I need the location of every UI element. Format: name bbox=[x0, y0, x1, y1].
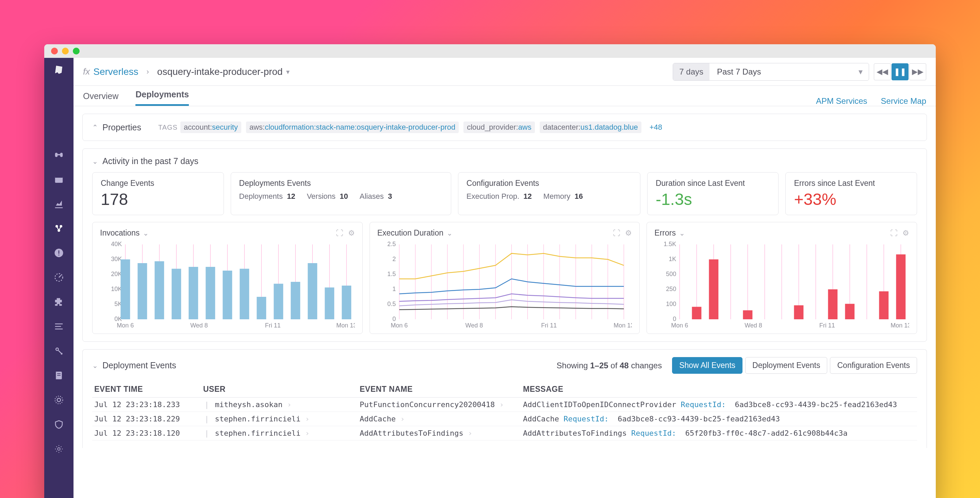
deployment-events-button[interactable]: Deployment Events bbox=[745, 357, 827, 374]
svg-text:Mon 6: Mon 6 bbox=[391, 322, 408, 329]
tab-deployments[interactable]: Deployments bbox=[135, 89, 189, 106]
svg-rect-48 bbox=[291, 282, 300, 319]
svg-text:10K: 10K bbox=[111, 286, 122, 293]
svg-rect-9 bbox=[55, 323, 63, 325]
svg-rect-113 bbox=[879, 291, 889, 319]
chevron-down-icon: ⌄ bbox=[92, 361, 99, 370]
link-apm-services[interactable]: APM Services bbox=[816, 96, 867, 106]
expand-icon[interactable]: ⛶ bbox=[613, 229, 620, 238]
app-window: fx Serverless › osquery-intake-producer-… bbox=[44, 44, 936, 498]
svg-text:40K: 40K bbox=[111, 241, 122, 247]
properties-toggle[interactable]: ⌃ Properties bbox=[92, 123, 141, 132]
svg-rect-102 bbox=[692, 307, 702, 319]
table-row[interactable]: Jul 12 23:23:18.233| mitheysh.asokan ›Pu… bbox=[92, 398, 917, 412]
breadcrumb-root[interactable]: Serverless bbox=[93, 66, 138, 77]
window-minimize-icon[interactable] bbox=[62, 48, 69, 54]
timerange-tag: 7 days bbox=[673, 63, 710, 80]
activity-title: Activity in the past 7 days bbox=[102, 156, 198, 166]
svg-rect-110 bbox=[828, 290, 838, 319]
tags-more[interactable]: +48 bbox=[646, 121, 666, 133]
chart-invocations: Invocations ⌄ ⛶⚙ 0K5K10K20K30K40KMon 6We… bbox=[92, 222, 363, 334]
nav-synthetics-icon[interactable] bbox=[54, 395, 64, 406]
chevron-down-icon[interactable]: ⌄ bbox=[447, 229, 453, 237]
tab-overview[interactable]: Overview bbox=[83, 91, 118, 106]
col-event-name[interactable]: EVENT NAME bbox=[360, 385, 523, 394]
col-event-time[interactable]: EVENT TIME bbox=[94, 385, 203, 394]
nav-infra-icon[interactable] bbox=[54, 223, 64, 235]
nav-rum-icon[interactable] bbox=[54, 444, 64, 455]
show-all-events-button[interactable]: Show All Events bbox=[672, 357, 743, 374]
svg-text:250: 250 bbox=[666, 286, 676, 293]
link-service-map[interactable]: Service Map bbox=[881, 96, 926, 106]
configuration-events-button[interactable]: Configuration Events bbox=[830, 357, 917, 374]
col-user[interactable]: USER bbox=[203, 385, 360, 394]
svg-text:2: 2 bbox=[392, 256, 396, 263]
svg-rect-111 bbox=[845, 304, 855, 319]
nav-binoculars-icon[interactable] bbox=[54, 150, 64, 161]
breadcrumb-current[interactable]: osquery-intake-producer-prod bbox=[157, 66, 283, 77]
nav-alert-icon[interactable] bbox=[54, 248, 64, 259]
gear-icon[interactable]: ⚙ bbox=[348, 229, 355, 238]
chevron-down-icon[interactable]: ⌄ bbox=[679, 229, 685, 237]
window-maximize-icon[interactable] bbox=[73, 48, 80, 54]
pause-button[interactable]: ❚❚ bbox=[891, 63, 908, 80]
chevron-down-icon[interactable]: ⌄ bbox=[143, 229, 149, 237]
nav-metrics-icon[interactable] bbox=[54, 199, 64, 210]
timerange-selector[interactable]: 7 days Past 7 Days ▾ bbox=[673, 63, 869, 81]
activity-toggle[interactable]: ⌄ Activity in the past 7 days bbox=[92, 156, 917, 166]
svg-rect-108 bbox=[794, 305, 804, 319]
tag-chip[interactable]: account:security bbox=[180, 121, 241, 133]
svg-text:Fri 11: Fri 11 bbox=[819, 322, 835, 329]
gear-icon[interactable]: ⚙ bbox=[902, 229, 909, 238]
tag-chip[interactable]: aws:cloudformation:stack-name:osquery-in… bbox=[246, 121, 459, 133]
svg-rect-39 bbox=[137, 263, 147, 319]
chevron-down-icon: ▾ bbox=[853, 67, 869, 76]
chevron-down-icon: ⌄ bbox=[92, 157, 99, 165]
svg-text:Mon 13: Mon 13 bbox=[891, 322, 909, 329]
tag-chip[interactable]: cloud_provider:aws bbox=[463, 121, 535, 133]
svg-point-12 bbox=[56, 348, 59, 351]
stat-change-events: Change Events 178 bbox=[92, 172, 224, 215]
svg-rect-42 bbox=[189, 267, 198, 319]
nav-apm-icon[interactable] bbox=[54, 272, 64, 284]
tab-bar: Overview Deployments APM Services Servic… bbox=[73, 86, 936, 106]
chevron-up-icon: ⌃ bbox=[92, 123, 99, 131]
svg-rect-10 bbox=[55, 326, 61, 327]
nav-logs-icon[interactable] bbox=[54, 321, 64, 333]
stat-duration: Duration since Last Event -1.3s bbox=[647, 172, 779, 215]
events-table: EVENT TIME USER EVENT NAME MESSAGE Jul 1… bbox=[92, 381, 917, 441]
events-toggle[interactable]: ⌄ Deployment Events bbox=[92, 361, 176, 370]
table-row[interactable]: Jul 12 23:23:18.120| stephen.firrincieli… bbox=[92, 426, 917, 441]
nav-integrations-icon[interactable] bbox=[54, 297, 64, 309]
chart-execution-duration: Execution Duration ⌄ ⛶⚙ 00.511.522.5Mon … bbox=[369, 222, 640, 334]
col-message[interactable]: MESSAGE bbox=[523, 385, 915, 394]
svg-text:Mon 6: Mon 6 bbox=[671, 322, 688, 329]
window-close-icon[interactable] bbox=[51, 48, 58, 54]
svg-text:0: 0 bbox=[392, 315, 396, 322]
tag-chip[interactable]: datacenter:us1.datadog.blue bbox=[540, 121, 641, 133]
datadog-logo-icon[interactable] bbox=[54, 65, 64, 76]
tags-list: account:security aws:cloudformation:stac… bbox=[180, 121, 666, 133]
svg-rect-105 bbox=[743, 310, 753, 319]
nav-notebook-icon[interactable] bbox=[54, 370, 64, 382]
nav-settings-icon[interactable] bbox=[54, 346, 64, 357]
table-row[interactable]: Jul 12 23:23:18.229| stephen.firrincieli… bbox=[92, 412, 917, 426]
expand-icon[interactable]: ⛶ bbox=[336, 229, 343, 238]
gear-icon[interactable]: ⚙ bbox=[625, 229, 632, 238]
svg-text:Fri 11: Fri 11 bbox=[265, 322, 281, 329]
rewind-button[interactable]: ◀◀ bbox=[874, 63, 891, 80]
svg-point-15 bbox=[57, 398, 60, 402]
expand-icon[interactable]: ⛶ bbox=[890, 229, 898, 238]
nav-dashboard-icon[interactable] bbox=[54, 174, 64, 186]
svg-rect-43 bbox=[205, 267, 215, 319]
svg-text:0.5: 0.5 bbox=[387, 301, 396, 307]
svg-text:20K: 20K bbox=[111, 270, 122, 277]
fx-icon: fx bbox=[83, 66, 90, 77]
svg-rect-1 bbox=[55, 176, 63, 178]
nav-security-icon[interactable] bbox=[54, 419, 64, 431]
forward-button[interactable]: ▶▶ bbox=[909, 63, 926, 80]
svg-text:30K: 30K bbox=[111, 256, 122, 263]
chevron-down-icon[interactable]: ▾ bbox=[286, 68, 290, 76]
svg-text:1: 1 bbox=[392, 286, 396, 293]
svg-text:Wed 8: Wed 8 bbox=[190, 322, 208, 329]
